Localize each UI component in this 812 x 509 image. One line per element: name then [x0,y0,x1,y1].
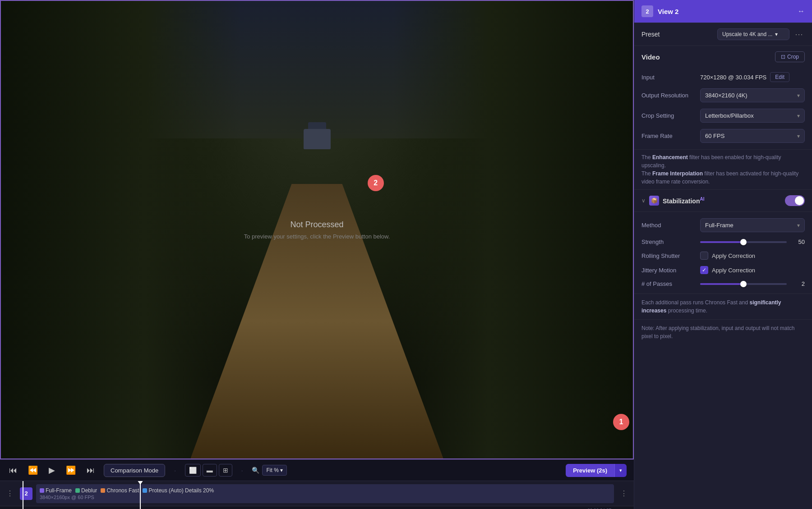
filter-dot-deblur [75,488,80,493]
output-resolution-dropdown[interactable]: 3840×2160 (4K) ▾ [700,88,805,102]
stabilization-header: ∨ 📦 StabilizationAI [634,190,812,212]
track-resolution: 3840×2160px @ 60 FPS [40,495,610,500]
crop-setting-chevron: ▾ [797,113,800,119]
strength-slider[interactable]: 50 [700,238,805,245]
preview-button[interactable]: Preview (2s) [566,464,614,477]
preset-chevron: ▾ [775,31,778,37]
rolling-shutter-row: Rolling Shutter Apply Correction [641,252,805,260]
jittery-motion-checkbox[interactable]: ✓ [700,266,708,274]
input-row: Input 720×1280 @ 30.034 FPS Edit [641,72,805,82]
jittery-motion-row: Jittery Motion ✓ Apply Correction [641,266,805,274]
output-resolution-value: 3840×2160 (4K) [705,92,747,99]
track-end-menu-button[interactable]: ⋮ [618,487,630,500]
skip-to-end-button[interactable]: ⏭ [85,464,97,477]
strength-slider-thumb[interactable] [740,239,747,245]
view-badge-1[interactable]: 1 [613,414,629,430]
pixel-note: Note: After applying stabilization, inpu… [634,320,812,345]
preset-controls: Upscale to 4K and ... ▾ ⋯ [717,28,805,40]
step-forward-button[interactable]: ⏩ [64,463,78,477]
crop-button[interactable]: ⊡ Crop [775,51,805,62]
filter-label-proteus: Proteus (Auto) Details 20% [148,487,214,494]
badge-1-container: 1 [613,414,629,430]
passes-slider-thumb[interactable] [740,281,747,287]
stabilization-content: Method Full-Frame ▾ Strength 50 Rolling … [634,212,812,294]
passes-row: # of Passes 2 [641,280,805,287]
filter-label-fullframe: Full-Frame [46,487,72,494]
panel-header: 2 View 2 ↔ [634,0,812,23]
transport-controls: ⏮ ⏪ ▶ ⏩ ⏭ Comparison Mode · ⬜ ▬ ⊞ · 🔍 Fi… [0,460,634,481]
filter-dot-chronos [101,488,105,493]
frame-rate-dropdown[interactable]: 60 FPS ▾ [700,129,805,143]
step-back-button[interactable]: ⏪ [26,463,40,477]
zoom-select[interactable]: Fit % ▾ [262,465,287,476]
frame-rate-row: Frame Rate 60 FPS ▾ [641,129,805,143]
play-button[interactable]: ▶ [47,463,57,477]
timeline-ruler: 00:00:34:27 [0,506,634,509]
ai-badge: AI [700,197,704,202]
output-resolution-label: Output Resolution [641,92,700,99]
method-chevron: ▾ [797,222,800,229]
filter-label-chronos: Chronos Fast [106,487,139,494]
passes-value: 2 [791,280,805,287]
method-label: Method [641,222,700,229]
view-split-v-button[interactable]: ⊞ [219,464,232,477]
playhead-triangle [137,481,143,485]
preview-dropdown-button[interactable]: ▾ [614,464,627,477]
skip-to-start-button[interactable]: ⏮ [7,464,19,477]
filter-label-deblur: Deblur [81,487,97,494]
stabilization-icon: 📦 [649,196,659,206]
track-bar: ⏮ ⏪ ▶ ⏩ ⏭ Comparison Mode · ⬜ ▬ ⊞ · 🔍 Fi… [0,459,634,509]
view-badge-2[interactable]: 2 [368,175,384,191]
view-single-button[interactable]: ⬜ [185,464,201,477]
jittery-motion-label: Jittery Motion [641,267,700,274]
not-processed-subtitle: To preview your settings, click the Prev… [244,233,390,240]
jittery-motion-checkbox-container: ✓ Apply Correction [700,266,755,274]
view-split-h-button[interactable]: ▬ [203,464,217,477]
strength-label: Strength [641,238,700,245]
crop-setting-dropdown[interactable]: Letterbox/Pillarbox ▾ [700,109,805,123]
track-segment[interactable]: Full-Frame Deblur Chronos Fast Prot [36,484,614,503]
video-preview: Not Processed To preview your settings, … [0,0,634,459]
crop-setting-label: Crop Setting [641,112,700,119]
crop-setting-row: Crop Setting Letterbox/Pillarbox ▾ [641,109,805,123]
enhancement-info: The Enhancement filter has been enabled … [634,150,812,190]
rolling-shutter-label: Rolling Shutter [641,252,700,259]
preset-select[interactable]: Upscale to 4K and ... ▾ [717,28,789,40]
expand-icon[interactable]: ↔ [798,7,805,15]
input-edit-button[interactable]: Edit [770,72,789,82]
track-menu-button[interactable]: ⋮ [4,487,16,500]
timeline-track-row: ⋮ 2 Full-Frame Deblur [0,481,634,506]
passes-slider[interactable]: 2 [700,280,805,287]
crop-label: Crop [787,54,799,60]
strength-slider-track[interactable] [700,241,787,243]
input-value-container: 720×1280 @ 30.034 FPS Edit [700,72,805,82]
right-panel: 2 View 2 ↔ Preset Upscale to 4K and ... … [634,0,812,509]
strength-value: 50 [791,238,805,245]
preview-badge-2[interactable]: 2 [368,175,384,191]
jittery-motion-action: Apply Correction [712,267,755,274]
frame-rate-value: 60 FPS [705,133,724,139]
rolling-shutter-checkbox[interactable] [700,252,708,260]
comparison-mode-button[interactable]: Comparison Mode [104,464,165,477]
input-label: Input [641,74,700,81]
preview-button-group: Preview (2s) ▾ [566,464,627,477]
preset-more-button[interactable]: ⋯ [793,28,805,40]
stabilization-collapse-icon[interactable]: ∨ [641,197,646,204]
track-number-badge: 2 [20,487,32,500]
zoom-controls: 🔍 Fit % ▾ [252,465,287,476]
enhancement-bold: Enhancement [652,154,688,160]
passes-slider-track[interactable] [700,283,787,285]
strength-slider-fill [700,241,743,243]
input-value: 720×1280 @ 30.034 FPS [700,74,766,81]
significantly-bold: significantly increases [641,299,781,314]
video-section-title: Video [641,53,660,61]
crop-setting-value: Letterbox/Pillarbox [705,112,754,119]
method-value: Full-Frame [705,222,734,229]
strength-row: Strength 50 [641,238,805,245]
not-processed-title: Not Processed [244,220,390,229]
zoom-icon[interactable]: 🔍 [252,467,259,474]
stabilization-toggle[interactable] [785,195,805,206]
frame-interpolation-bold: Frame Interpolation [652,170,703,177]
method-dropdown[interactable]: Full-Frame ▾ [700,218,805,232]
timeline-playhead[interactable] [140,481,141,509]
